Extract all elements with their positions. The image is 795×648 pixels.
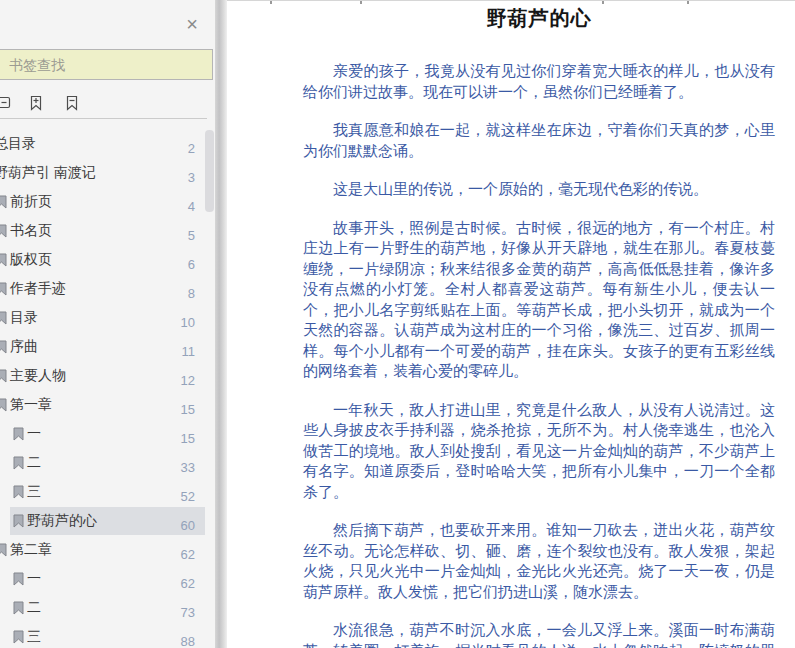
bookmark-page-number: 33 bbox=[181, 460, 195, 475]
bookmark-item[interactable]: 作者手迹 8 bbox=[0, 275, 215, 304]
bookmark-page-number: 8 bbox=[188, 286, 195, 301]
bookmark-add-icon[interactable] bbox=[28, 94, 48, 112]
bookmark-item[interactable]: 前折页 4 bbox=[0, 188, 215, 217]
paragraph: 故事开头，照例是古时候。古时候，很远的地方，有一个村庄。村庄边上有一片野生的葫芦… bbox=[303, 218, 775, 382]
bookmark-item[interactable]: 总目录 2 bbox=[0, 130, 215, 159]
bookmark-search-input[interactable] bbox=[0, 49, 213, 80]
bookmark-item[interactable]: 二 33 bbox=[0, 449, 215, 478]
bookmark-label: 第一章 bbox=[10, 396, 52, 414]
bookmark-item[interactable]: 序曲 11 bbox=[0, 333, 215, 362]
bookmark-label: 三 bbox=[27, 628, 41, 646]
bookmark-item[interactable]: 目录 10 bbox=[0, 304, 215, 333]
document-view: 野葫芦的心 亲爱的孩子，我竟从没有见过你们穿着宽大睡衣的样儿，也从没有给你们讲过… bbox=[227, 0, 795, 648]
bookmark-label: 序曲 bbox=[10, 338, 38, 356]
bookmark-label: 野葫芦引 南渡记 bbox=[0, 164, 96, 182]
paragraph: 我真愿意和娘在一起，就这样坐在床边，守着你们天真的梦，心里为你们默默念诵。 bbox=[303, 120, 775, 161]
bookmark-icon bbox=[13, 514, 24, 528]
bookmark-label: 版权页 bbox=[10, 251, 52, 269]
bookmark-page-number: 60 bbox=[181, 518, 195, 533]
bookmark-page-number: 2 bbox=[188, 141, 195, 156]
toolbar-divider bbox=[0, 118, 207, 119]
bookmark-label: 目录 bbox=[10, 309, 38, 327]
bookmark-toolbar bbox=[0, 92, 84, 114]
bookmark-page-number: 12 bbox=[181, 373, 195, 388]
bookmark-label: 书名页 bbox=[10, 222, 52, 240]
bookmark-page-number: 3 bbox=[188, 170, 195, 185]
paragraph: 一年秋天，敌人打进山里，究竟是什么敌人，从没有人说清过。这些人身披皮衣手持利器，… bbox=[303, 400, 775, 503]
bookmark-item[interactable]: 主要人物 12 bbox=[0, 362, 215, 391]
close-panel-icon[interactable]: × bbox=[182, 14, 202, 34]
bookmark-icon bbox=[13, 485, 24, 499]
pdf-page: 野葫芦的心 亲爱的孩子，我竟从没有见过你们穿着宽大睡衣的样儿，也从没有给你们讲过… bbox=[303, 1, 775, 648]
bookmark-icon bbox=[13, 456, 24, 470]
ruler-tick bbox=[270, 1, 272, 4]
paragraph: 水流很急，葫芦不时沉入水底，一会儿又浮上来。溪面一时布满葫芦，转着圈，打着旋。据… bbox=[303, 620, 775, 648]
bookmark-icon bbox=[0, 253, 7, 267]
bookmark-item[interactable]: 三 52 bbox=[0, 478, 215, 507]
bookmark-page-number: 62 bbox=[181, 547, 195, 562]
bookmark-icon bbox=[0, 398, 7, 412]
bookmark-icon bbox=[0, 282, 7, 296]
bookmark-icon bbox=[0, 340, 7, 354]
bookmark-icon bbox=[13, 630, 24, 644]
bookmark-page-number: 52 bbox=[181, 489, 195, 504]
bookmark-item[interactable]: 野葫芦的心 60 bbox=[0, 507, 215, 536]
bookmark-label: 三 bbox=[27, 483, 41, 501]
bookmark-item[interactable]: 三 88 bbox=[0, 623, 215, 648]
bookmark-label: 一 bbox=[27, 570, 41, 588]
bookmark-item[interactable]: 第一章 15 bbox=[0, 391, 215, 420]
paragraph: 这是大山里的传说，一个原始的，毫无现代色彩的传说。 bbox=[303, 179, 775, 200]
bookmark-icon bbox=[13, 572, 24, 586]
bookmark-page-number: 15 bbox=[181, 402, 195, 417]
bookmark-item[interactable]: 第二章 62 bbox=[0, 536, 215, 565]
bookmark-item[interactable]: 书名页 5 bbox=[0, 217, 215, 246]
bookmark-panel: × bbox=[0, 0, 215, 648]
paragraph: 然后摘下葫芦，也要砍开来用。谁知一刀砍去，迸出火花，葫芦纹丝不动。无论怎样砍、切… bbox=[303, 520, 775, 602]
bookmark-label: 总目录 bbox=[0, 135, 36, 153]
bookmark-remove-icon[interactable] bbox=[64, 94, 84, 112]
bookmark-icon bbox=[0, 543, 7, 557]
bookmark-label: 前折页 bbox=[10, 193, 52, 211]
pdf-reader-window: × bbox=[0, 0, 795, 648]
bookmark-icon bbox=[0, 224, 7, 238]
bookmark-icon bbox=[0, 195, 7, 209]
chapter-title: 野葫芦的心 bbox=[303, 5, 775, 32]
bookmark-page-number: 6 bbox=[188, 257, 195, 272]
bookmark-label: 野葫芦的心 bbox=[27, 512, 97, 530]
bookmark-label: 第二章 bbox=[10, 541, 52, 559]
bookmark-item[interactable]: 一 15 bbox=[0, 420, 215, 449]
bookmark-page-number: 73 bbox=[181, 605, 195, 620]
panel-splitter[interactable] bbox=[215, 0, 227, 648]
bookmark-page-number: 11 bbox=[182, 344, 196, 359]
paragraph: 亲爱的孩子，我竟从没有见过你们穿着宽大睡衣的样儿，也从没有给你们讲过故事。现在可… bbox=[303, 61, 775, 102]
bookmark-page-number: 15 bbox=[181, 431, 195, 446]
bookmark-icon bbox=[13, 601, 24, 615]
bookmark-item[interactable]: 一 62 bbox=[0, 565, 215, 594]
bookmark-label: 二 bbox=[27, 599, 41, 617]
bookmark-label: 二 bbox=[27, 454, 41, 472]
bookmark-icon bbox=[0, 311, 7, 325]
bookmark-label: 主要人物 bbox=[10, 367, 66, 385]
bookmark-icon bbox=[0, 369, 7, 383]
bookmark-item[interactable]: 二 73 bbox=[0, 594, 215, 623]
bookmark-item[interactable]: 野葫芦引 南渡记 3 bbox=[0, 159, 215, 188]
collapse-all-bookmarks-icon[interactable] bbox=[0, 94, 12, 112]
bookmark-item[interactable]: 版权页 6 bbox=[0, 246, 215, 275]
sidebar-scrollbar-thumb[interactable] bbox=[205, 130, 214, 212]
bookmark-page-number: 10 bbox=[181, 315, 195, 330]
page-paragraphs: 亲爱的孩子，我竟从没有见过你们穿着宽大睡衣的样儿，也从没有给你们讲过故事。现在可… bbox=[303, 61, 775, 648]
bookmark-icon bbox=[13, 427, 24, 441]
bookmark-label: 作者手迹 bbox=[10, 280, 66, 298]
bookmark-page-number: 5 bbox=[188, 228, 195, 243]
bookmark-page-number: 62 bbox=[181, 576, 195, 591]
bookmark-label: 一 bbox=[27, 425, 41, 443]
bookmark-page-number: 88 bbox=[181, 634, 195, 648]
bookmark-list: 总目录 2 野葫芦引 南渡记 3 前折页 4 书名页 5 版权页 6 bbox=[0, 130, 215, 648]
bookmark-page-number: 4 bbox=[188, 199, 195, 214]
